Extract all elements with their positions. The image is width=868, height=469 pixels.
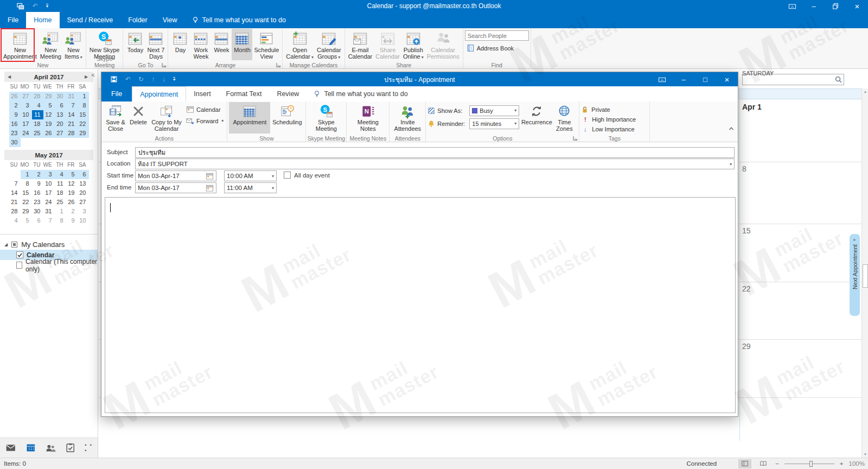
tab-send-receive[interactable]: Send / Receive — [60, 12, 121, 28]
minical-day[interactable]: 17 — [43, 188, 55, 198]
minical-day[interactable]: 5 — [21, 216, 32, 225]
tab-folder[interactable]: Folder — [120, 12, 155, 28]
show-as-dropdown[interactable]: Busy ▾ — [469, 105, 519, 116]
minimize-icon[interactable]: – — [803, 0, 825, 12]
low-importance-button[interactable]: ↓ Low Importance — [581, 124, 636, 134]
minical-day[interactable]: 22 — [21, 198, 32, 207]
restore-icon[interactable] — [825, 0, 846, 12]
invite-attendees-button[interactable]: Invite Attendees — [391, 102, 424, 134]
maximize-icon[interactable]: □ — [694, 73, 716, 85]
minical-day[interactable]: 18 — [55, 188, 66, 198]
minical-day[interactable]: 25 — [32, 129, 43, 138]
zoom-slider[interactable] — [784, 464, 834, 464]
minical-day[interactable]: 20 — [55, 119, 66, 129]
minical-day[interactable]: 30 — [32, 207, 43, 216]
minical-day[interactable]: 6 — [55, 101, 66, 110]
minical-day[interactable]: 8 — [55, 216, 66, 225]
calendar-button[interactable]: Calendar — [184, 104, 225, 115]
minical-day[interactable]: 9 — [66, 216, 78, 225]
minical-day[interactable]: 2 — [66, 207, 78, 216]
tab-format-text[interactable]: Format Text — [219, 86, 270, 102]
tab-file[interactable]: File — [0, 12, 26, 28]
tell-me-box[interactable]: Tell me what you want to do — [307, 86, 414, 102]
minimize-icon[interactable]: – — [673, 73, 694, 85]
tab-file[interactable]: File — [101, 86, 132, 102]
mail-nav-icon[interactable] — [5, 442, 16, 453]
date-cell-label[interactable]: 29 — [742, 342, 751, 351]
week-view-button[interactable]: Week — [211, 29, 232, 60]
dialog-launcher-icon[interactable] — [572, 136, 578, 141]
zoom-slider-thumb[interactable] — [809, 461, 813, 467]
prev-month-icon[interactable]: ◀ — [8, 74, 13, 79]
next-month-icon[interactable]: ▶ — [85, 74, 90, 79]
start-date-picker[interactable]: Mon 03-Apr-17 — [135, 170, 216, 181]
minical-day[interactable]: 11 — [55, 179, 66, 188]
minical-day[interactable]: 4 — [32, 101, 43, 110]
close-icon[interactable]: × — [846, 0, 868, 12]
calendar-item-this-computer[interactable]: Calendar (This computer only) — [0, 260, 98, 270]
minical-day[interactable]: 12 — [66, 179, 78, 188]
tree-expand-icon[interactable]: ◢ — [4, 242, 8, 247]
minical-day[interactable]: 8 — [21, 179, 32, 188]
minical-day[interactable]: 28 — [66, 129, 78, 138]
calendar-nav-icon[interactable] — [25, 442, 36, 453]
minical-day[interactable]: 29 — [78, 129, 89, 138]
skype-meeting-button[interactable]: Skype Meeting — [308, 102, 344, 134]
minical-day[interactable]: 26 — [66, 198, 78, 207]
minical-day[interactable]: 26 — [43, 129, 55, 138]
minical-day[interactable]: 15 — [78, 110, 89, 119]
dialog-launcher-icon[interactable] — [161, 62, 167, 68]
minical-day[interactable]: 16 — [9, 119, 21, 129]
date-cell-label[interactable]: 22 — [742, 284, 751, 293]
today-button[interactable]: Today — [125, 29, 145, 60]
minical-day[interactable]: 18 — [32, 119, 43, 129]
publish-online-button[interactable]: Publish Online▾ — [401, 29, 425, 60]
dialog-launcher-icon[interactable] — [276, 62, 281, 68]
minical-day[interactable]: 14 — [9, 188, 21, 198]
minical-day[interactable]: 7 — [43, 216, 55, 225]
private-button[interactable]: Private — [581, 104, 636, 114]
minical-day[interactable]: 13 — [55, 110, 66, 119]
date-picker-icon[interactable] — [206, 184, 214, 192]
reading-view-button[interactable] — [757, 459, 770, 468]
qat-customize-icon[interactable]: ▾ — [173, 77, 175, 82]
minical-day[interactable]: 9 — [9, 110, 21, 119]
forward-button[interactable]: Forward ▾ — [184, 116, 225, 126]
scroll-up-icon[interactable]: ▲ — [862, 90, 868, 93]
checkbox-unchecked[interactable] — [16, 262, 22, 269]
scheduling-button[interactable]: Scheduling — [270, 102, 304, 134]
work-week-button[interactable]: Work Week — [190, 29, 211, 60]
search-people-input[interactable] — [465, 30, 529, 41]
minical-day[interactable]: 30 — [55, 92, 66, 101]
minical-day[interactable]: 7 — [66, 101, 78, 110]
schedule-view-button[interactable]: Schedule View — [252, 29, 280, 60]
collapse-pane-icon[interactable]: < — [92, 72, 95, 78]
date-cell-label[interactable]: 8 — [742, 164, 746, 173]
zoom-level[interactable]: 100% — [849, 460, 865, 467]
date-cell-label[interactable]: 15 — [742, 226, 751, 235]
minical-day[interactable]: 28 — [32, 92, 43, 101]
tab-review[interactable]: Review — [269, 86, 307, 102]
minical-day[interactable]: 10 — [43, 179, 55, 188]
month-view-button[interactable]: Month — [232, 29, 252, 60]
minical-day[interactable]: 6 — [78, 170, 89, 179]
zoom-out-icon[interactable]: − — [775, 460, 779, 467]
minical-day[interactable]: 10 — [78, 216, 89, 225]
new-meeting-button[interactable]: New Meeting — [39, 29, 63, 60]
start-time-dropdown[interactable]: 10:00 AM ▾ — [224, 170, 277, 181]
search-icon[interactable] — [834, 75, 843, 84]
subject-input[interactable] — [135, 147, 735, 158]
minical-day[interactable]: 27 — [78, 198, 89, 207]
minical-day[interactable]: 13 — [78, 179, 89, 188]
qat-customize-icon[interactable]: ▾ — [46, 4, 48, 9]
minical-day[interactable]: 27 — [21, 92, 32, 101]
minical-day[interactable]: 24 — [21, 129, 32, 138]
minical-day[interactable]: 29 — [43, 92, 55, 101]
next-7-days-button[interactable]: Next 7 Days — [145, 29, 166, 60]
date-cell-label[interactable]: Apr 1 — [742, 103, 762, 111]
more-nav-icon[interactable]: • • • — [85, 442, 98, 453]
minical-day[interactable]: 21 — [66, 119, 78, 129]
minical-day[interactable]: 30 — [9, 138, 21, 147]
minical-day[interactable]: 12 — [43, 110, 55, 119]
tell-me-box[interactable]: Tell me what you want to do — [185, 12, 292, 28]
